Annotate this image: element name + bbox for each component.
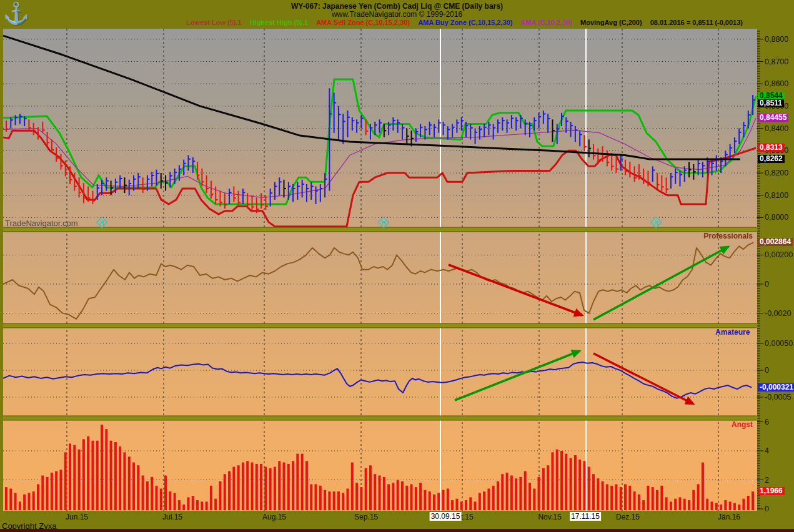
last-value-badge: 1,1966 <box>758 487 785 495</box>
x-axis-month-label: Jän.16 <box>718 513 740 521</box>
legend-item: 08.01.2016 = 0,8511 (-0,0013) <box>650 19 743 26</box>
y-axis-label: 6 <box>765 418 769 426</box>
y-axis-label: 0,8000 <box>765 213 788 222</box>
y-axis-label: 0,00050 <box>765 339 793 348</box>
x-axis-month-label: Aug.15 <box>262 513 286 521</box>
y-axis-label: 0 <box>765 505 769 513</box>
legend-item: AMA Sell Zone (C,10,15,2,30) <box>316 19 410 26</box>
y-axis-label: 2 <box>765 476 769 485</box>
rollover-diamond-icon: R <box>382 220 386 226</box>
y-axis-label: 0,8200 <box>765 169 788 177</box>
last-value-badge: 0,8313 <box>758 144 785 152</box>
x-axis-month-label: Jul.15 <box>162 513 182 521</box>
x-axis-month-label: Nov.15 <box>538 513 561 521</box>
last-value-badge: -0,000321 <box>758 383 794 392</box>
y-axis-label: 0,8600 <box>765 79 788 88</box>
event-date-badge: 17.11.15 <box>570 512 601 521</box>
rollover-diamond-icon: R <box>100 220 104 226</box>
last-value-badge: 0,8511 <box>758 99 784 107</box>
trade-navigator-window: RRR ⚓ WY-067: Japanese Yen (Comb) Cadj L… <box>0 0 794 532</box>
chart-plot-area[interactable]: RRR <box>0 0 794 532</box>
y-axis-label: 0 <box>765 280 769 288</box>
rollover-diamond-icon: R <box>654 220 658 226</box>
y-axis-label: 0,8700 <box>765 57 788 66</box>
y-axis-label: 4 <box>765 446 769 455</box>
indicator-legend: Lowest Low (5).1Highest High (5).1AMA Se… <box>186 19 743 26</box>
y-axis-label: -0,0020 <box>765 309 791 318</box>
panel-label-amateure: Amateure <box>715 328 750 337</box>
y-axis-label: 0,8100 <box>765 191 788 200</box>
panel-label-professionals: Professionals <box>687 232 753 240</box>
chart-subtitle: www.TradeNavigator.com © 1999-2016 <box>0 10 794 19</box>
y-axis-label: -0,0005 <box>765 393 791 401</box>
y-axis-label: 0,8800 <box>765 35 788 44</box>
last-value-badge: 0,002864 <box>758 238 793 246</box>
last-value-badge: 0,8262 <box>758 155 785 163</box>
legend-item: Highest High (5).1 <box>250 19 309 26</box>
legend-item: AMA Buy Zone (C,10,15,2,30) <box>418 19 512 26</box>
x-axis-month-label: Jun.15 <box>66 513 88 521</box>
y-axis-label: 0 <box>765 366 769 375</box>
event-date-badge: 30.09.15 <box>430 512 462 521</box>
chart-title: WY-067: Japanese Yen (Comb) Cadj Liq @ C… <box>0 2 794 11</box>
watermark-text: TradeNavigator.com <box>5 219 78 228</box>
legend-item: MovingAvg (C,200) <box>580 19 642 26</box>
x-axis-month-label: Dez.15 <box>616 513 640 521</box>
x-axis-month-label: Sep.15 <box>354 513 378 521</box>
last-value-badge: 0,84455 <box>758 114 788 122</box>
y-axis-label: 0,00200 <box>765 250 793 259</box>
y-axis-label: 0,8400 <box>765 124 788 133</box>
legend-item: Lowest Low (5).1 <box>186 19 242 26</box>
panel-label-angst: Angst <box>725 420 753 429</box>
legend-item: AMA (C,10,2,30) <box>520 19 572 26</box>
bottom-edge-strip <box>0 529 794 532</box>
